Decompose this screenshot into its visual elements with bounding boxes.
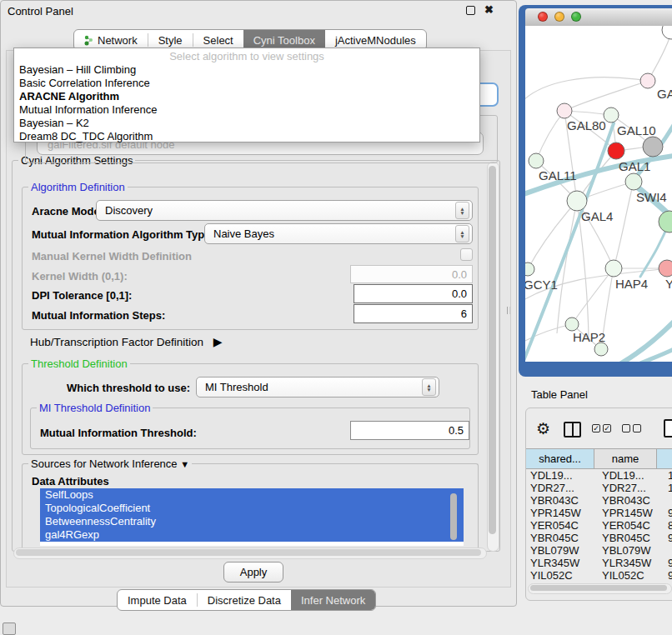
network-edge[interactable] bbox=[648, 33, 671, 81]
algorithm-option-mutual-information-inference[interactable]: Mutual Information Inference bbox=[19, 103, 157, 117]
mi-algorithm-type-combo[interactable]: Naive Bayes ▲▼ bbox=[204, 223, 473, 244]
bottom-tab-infer-network[interactable]: Infer Network bbox=[291, 590, 375, 610]
network-node[interactable] bbox=[625, 173, 642, 190]
table-horizontal-scrollbar-thumb[interactable] bbox=[530, 585, 667, 591]
mi-steps-field[interactable]: 6 bbox=[354, 304, 473, 323]
minimize-traffic-light[interactable] bbox=[554, 12, 564, 22]
network-edge[interactable] bbox=[528, 201, 577, 269]
table-row[interactable]: YLR345WYLR345W9. bbox=[526, 557, 672, 569]
algorithm-dropdown-popup: Select algorithm to view settings Bayesi… bbox=[13, 48, 480, 142]
network-node-label-gal4: GAL4 bbox=[581, 209, 613, 223]
network-node-label-gal80: GAL80 bbox=[567, 118, 606, 132]
algorithm-option-bayesian-hill-climbing[interactable]: Bayesian – Hill Climbing bbox=[19, 63, 136, 77]
network-edge[interactable] bbox=[564, 81, 648, 111]
network-edge-highlighted[interactable] bbox=[621, 322, 672, 362]
network-node[interactable] bbox=[557, 103, 572, 118]
network-node[interactable] bbox=[643, 137, 663, 157]
deselect-all-icon[interactable] bbox=[622, 424, 641, 432]
network-node-label-gal10: GAL10 bbox=[617, 123, 656, 138]
apply-button-label: Apply bbox=[240, 566, 268, 578]
network-node[interactable] bbox=[659, 260, 672, 277]
tab-jactivemnodules-label: jActiveMNodules bbox=[335, 34, 416, 47]
close-traffic-light[interactable] bbox=[538, 12, 548, 22]
network-node[interactable] bbox=[662, 26, 672, 39]
network-node[interactable] bbox=[608, 142, 624, 159]
table-row[interactable]: YER054CYER054C8. bbox=[526, 519, 672, 532]
dpi-tolerance-field[interactable]: 0.0 bbox=[354, 284, 473, 303]
table-row[interactable]: YDL19...YDL19...13 bbox=[526, 469, 672, 482]
split-columns-icon[interactable] bbox=[564, 422, 581, 438]
document-icon[interactable] bbox=[664, 419, 672, 438]
network-node[interactable] bbox=[567, 191, 587, 211]
table-column-header-name[interactable]: name bbox=[594, 449, 657, 468]
network-edge[interactable] bbox=[572, 268, 614, 324]
table-row[interactable]: YPR145WYPR145W9. bbox=[526, 507, 672, 519]
attributes-scrollbar-thumb[interactable] bbox=[450, 493, 457, 540]
sources-group-title[interactable]: Sources for Network Inference ▼ bbox=[28, 458, 192, 470]
network-node[interactable] bbox=[594, 342, 608, 356]
network-node[interactable] bbox=[529, 153, 544, 168]
table-cell: YDR27... bbox=[598, 482, 664, 494]
network-node[interactable] bbox=[565, 318, 579, 331]
settings-vertical-scrollbar[interactable] bbox=[487, 162, 499, 552]
float-window-icon[interactable] bbox=[466, 6, 475, 15]
table-column-header-shared[interactable]: shared... bbox=[526, 449, 594, 468]
data-attributes-label: Data Attributes bbox=[32, 475, 109, 488]
table-row[interactable]: YIL052CYIL052C9. bbox=[526, 569, 672, 582]
table-cell: YIL052C bbox=[526, 569, 598, 582]
network-canvas[interactable]: GALGAL80GAL10GAL1GAL11SWI4GAL4GCY1HAP4YH… bbox=[525, 26, 672, 362]
table-cell: YPR145W bbox=[598, 507, 664, 519]
apply-button[interactable]: Apply bbox=[223, 562, 283, 582]
settings-vertical-scrollbar-thumb[interactable] bbox=[489, 166, 496, 534]
docked-panel-icon[interactable] bbox=[3, 622, 16, 635]
network-node[interactable] bbox=[525, 262, 534, 276]
kernel-width-field[interactable]: 0.0 bbox=[350, 265, 473, 283]
settings-horizontal-scrollbar[interactable] bbox=[13, 548, 487, 559]
settings-horizontal-scrollbar-thumb[interactable] bbox=[16, 549, 481, 556]
unchecked-box-icon bbox=[622, 424, 630, 432]
network-graph: GALGAL80GAL10GAL1GAL11SWI4GAL4GCY1HAP4YH… bbox=[525, 26, 672, 362]
bottom-tab-impute-data[interactable]: Impute Data bbox=[118, 590, 197, 610]
algorithm-popup-hint: Select algorithm to view settings bbox=[14, 50, 479, 62]
table-cell: YBR045C bbox=[526, 532, 598, 544]
network-edge-highlighted[interactable] bbox=[640, 349, 672, 362]
gear-icon[interactable]: ⚙ bbox=[536, 419, 550, 438]
algorithm-option-basic-correlation-inference[interactable]: Basic Correlation Inference bbox=[19, 77, 150, 90]
attribute-item-topologicalcoefficient[interactable]: TopologicalCoefficient bbox=[40, 502, 464, 515]
which-threshold-combo[interactable]: MI Threshold ▲▼ bbox=[196, 377, 439, 398]
aracne-mode-combo[interactable]: Discovery ▲▼ bbox=[96, 200, 473, 221]
table-cell: YBR045C bbox=[598, 532, 664, 544]
table-row[interactable]: YBR043CYBR043C bbox=[526, 494, 672, 507]
network-node[interactable] bbox=[659, 211, 672, 232]
table-row[interactable]: YBR045CYBR045C9. bbox=[526, 532, 672, 544]
hub-definition-toggle[interactable]: Hub/Transcription Factor Definition ▶ bbox=[30, 335, 223, 348]
algorithm-option-aracne-algorithm[interactable]: ARACNE Algorithm bbox=[19, 90, 119, 103]
zoom-traffic-light[interactable] bbox=[571, 12, 581, 22]
attribute-item-betweennesscentrality[interactable]: BetweennessCentrality bbox=[40, 515, 464, 528]
data-attributes-list[interactable]: SelfLoopsTopologicalCoefficientBetweenne… bbox=[40, 488, 464, 546]
network-node-label-gcy1: GCY1 bbox=[525, 278, 558, 292]
table-column-header-2[interactable] bbox=[657, 449, 672, 468]
unchecked-box-icon bbox=[633, 424, 641, 432]
network-edge[interactable] bbox=[536, 111, 564, 161]
bottom-tab-discretize-data[interactable]: Discretize Data bbox=[198, 590, 291, 610]
network-node[interactable] bbox=[605, 260, 622, 277]
table-row[interactable]: YDR27...YDR27...12 bbox=[526, 482, 672, 494]
network-node[interactable] bbox=[640, 73, 655, 88]
select-all-icon[interactable]: ✓ ✓ bbox=[592, 424, 611, 432]
table-cell: YDR27... bbox=[526, 482, 598, 494]
network-edge[interactable] bbox=[614, 182, 634, 268]
manual-kernel-width-checkbox[interactable] bbox=[460, 248, 473, 261]
table-row[interactable]: YBL079WYBL079W bbox=[526, 544, 672, 557]
mi-steps-label: Mutual Information Steps: bbox=[32, 309, 165, 322]
panel-resize-handle[interactable] bbox=[507, 307, 510, 314]
mi-threshold-field[interactable]: 0.5 bbox=[350, 421, 469, 440]
network-edge[interactable] bbox=[525, 78, 648, 100]
algorithm-option-dream8-dc-tdc-algorithm[interactable]: Dream8 DC_TDC Algorithm bbox=[19, 130, 153, 143]
close-icon[interactable]: ✖ bbox=[484, 3, 494, 16]
table-cell: YLR345W bbox=[526, 557, 598, 569]
attribute-item-selfloops[interactable]: SelfLoops bbox=[40, 488, 464, 502]
table-horizontal-scrollbar[interactable] bbox=[528, 583, 672, 594]
attribute-item-gal4rgexp[interactable]: gal4RGexp bbox=[40, 528, 464, 542]
algorithm-option-bayesian-k2[interactable]: Bayesian – K2 bbox=[19, 117, 89, 130]
